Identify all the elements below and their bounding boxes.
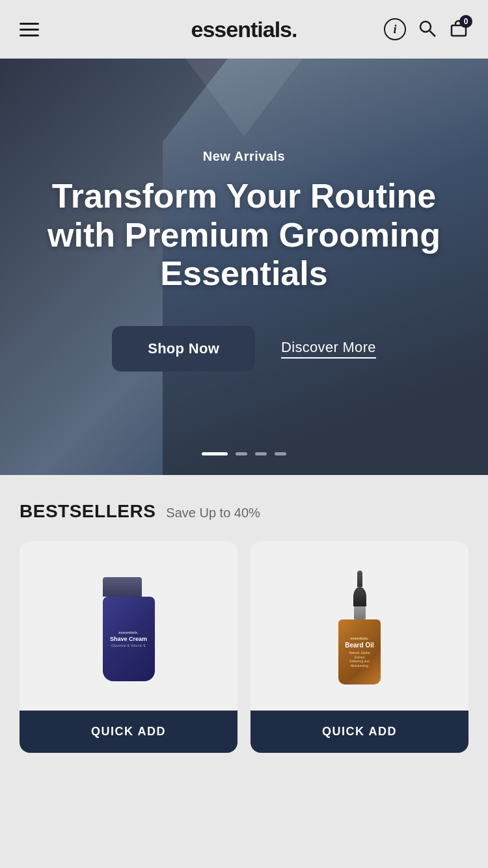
carousel-dot-3[interactable] — [255, 452, 267, 455]
carousel-dot-4[interactable] — [275, 452, 286, 455]
beard-oil-quick-add-button[interactable]: QUICK ADD — [251, 711, 468, 753]
header-left — [20, 23, 39, 36]
shave-cream-description: Glycerine & Vitamin E — [111, 644, 146, 647]
carousel-dot-2[interactable] — [236, 452, 247, 455]
carousel-dot-1[interactable] — [202, 452, 228, 455]
hamburger-menu-button[interactable] — [20, 23, 39, 36]
bestsellers-section: BESTSELLERS Save Up to 40% essentials. S… — [0, 475, 488, 779]
svg-line-1 — [430, 31, 436, 36]
shave-cream-quick-add-button[interactable]: QUICK ADD — [20, 711, 237, 753]
carousel-indicators — [202, 452, 286, 455]
info-button[interactable]: i — [384, 18, 406, 40]
product-card-beard-oil: essentials. Beard Oil Natural Jojoba Ext… — [251, 541, 468, 753]
bestsellers-title: BESTSELLERS — [20, 501, 156, 522]
discover-more-button[interactable]: Discover More — [281, 339, 376, 359]
shave-cream-product-image: essentials. Shave Cream Glycerine & Vita… — [103, 577, 155, 681]
bestsellers-header: BESTSELLERS Save Up to 40% — [20, 501, 468, 522]
cart-badge: 0 — [459, 15, 472, 28]
beard-oil-image-area: essentials. Beard Oil Natural Jojoba Ext… — [251, 541, 468, 711]
beard-oil-description: Natural Jojoba ExtractSoftening and Mois… — [344, 651, 375, 668]
product-grid: essentials. Shave Cream Glycerine & Vita… — [20, 541, 468, 753]
shave-cream-brand: essentials. — [118, 631, 139, 634]
shave-cream-name: Shave Cream — [110, 636, 147, 642]
header-right: i 0 — [384, 18, 468, 40]
info-icon: i — [384, 18, 406, 40]
beard-oil-brand: essentials. — [350, 636, 368, 640]
product-card-shave-cream: essentials. Shave Cream Glycerine & Vita… — [20, 541, 237, 753]
shop-now-button[interactable]: Shop Now — [112, 326, 255, 372]
hero-buttons: Shop Now Discover More — [112, 326, 376, 372]
shave-cream-image-area: essentials. Shave Cream Glycerine & Vita… — [20, 541, 237, 711]
search-button[interactable] — [418, 19, 437, 40]
header: essentials. i 0 — [0, 0, 488, 59]
hero-tag: New Arrivals — [203, 149, 285, 164]
brand-name: essentials. — [191, 17, 297, 42]
hero-title: Transform Your Routine with Premium Groo… — [20, 177, 468, 293]
svg-point-0 — [420, 21, 431, 32]
cart-button[interactable]: 0 — [449, 19, 468, 40]
search-icon — [418, 19, 437, 40]
brand-logo[interactable]: essentials. — [191, 17, 297, 42]
bestsellers-subtitle: Save Up to 40% — [166, 506, 260, 521]
hero-section: New Arrivals Transform Your Routine with… — [0, 59, 488, 475]
hero-content: New Arrivals Transform Your Routine with… — [0, 59, 488, 475]
beard-oil-name: Beard Oil — [345, 642, 373, 649]
beard-oil-product-image: essentials. Beard Oil Natural Jojoba Ext… — [337, 571, 383, 688]
